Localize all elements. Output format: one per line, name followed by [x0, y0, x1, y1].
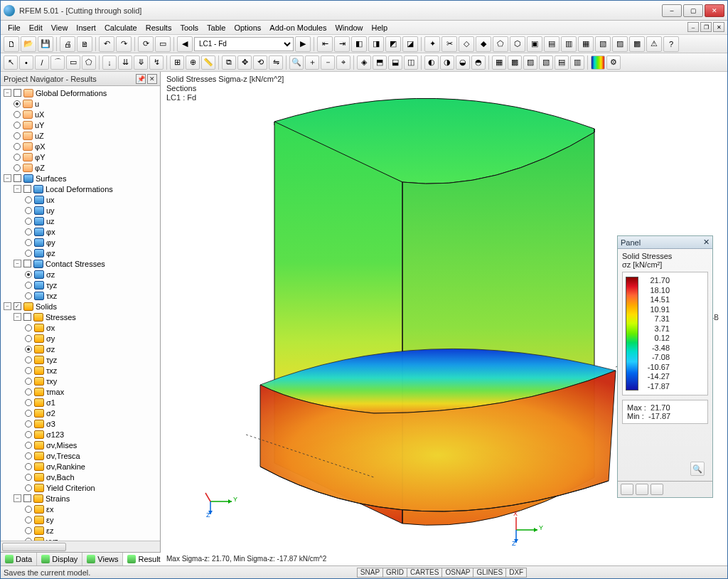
radio-icon[interactable]: [25, 378, 32, 385]
options-icon[interactable]: ⚙: [606, 55, 621, 70]
status-grid[interactable]: GRID: [382, 568, 407, 578]
warn-icon[interactable]: ⚠: [646, 36, 662, 52]
radio-icon[interactable]: [25, 207, 32, 214]
zoom-out-icon[interactable]: －: [321, 55, 335, 70]
tree-leaf[interactable]: σ123: [4, 429, 160, 440]
radio-icon[interactable]: [25, 463, 32, 470]
menu-help[interactable]: Help: [368, 22, 392, 33]
view-5-icon[interactable]: ▣: [527, 36, 542, 52]
radio-icon[interactable]: [14, 154, 21, 161]
panel-tab-1[interactable]: [621, 484, 633, 495]
mirror-icon[interactable]: ⇋: [269, 55, 283, 70]
measure-icon[interactable]: 📏: [201, 55, 215, 70]
toggle-c-icon[interactable]: ◩: [385, 36, 401, 52]
tree-leaf[interactable]: uy: [4, 205, 160, 216]
radio-icon[interactable]: [25, 452, 32, 460]
menu-table[interactable]: Table: [203, 22, 230, 33]
tree-leaf[interactable]: τxz: [4, 365, 160, 376]
shade-4-icon[interactable]: ◓: [471, 55, 486, 70]
tree-leaf[interactable]: σx: [4, 322, 160, 333]
radio-icon[interactable]: [25, 292, 32, 299]
menu-calculate[interactable]: Calculate: [100, 22, 141, 33]
grid-icon[interactable]: ⊞: [170, 55, 184, 70]
panel-close-icon[interactable]: ✕: [703, 238, 710, 247]
zoom-in-icon[interactable]: ＋: [305, 55, 319, 70]
view-front-icon[interactable]: ⬓: [388, 55, 402, 70]
load-3-icon[interactable]: ⤋: [134, 55, 148, 70]
menu-edit[interactable]: Edit: [25, 22, 47, 33]
nav-next-icon[interactable]: ▶: [295, 36, 311, 52]
menu-results[interactable]: Results: [141, 22, 176, 33]
radio-icon[interactable]: [25, 431, 32, 438]
color-scale-icon[interactable]: [591, 55, 605, 70]
shade-1-icon[interactable]: ◐: [424, 55, 439, 70]
panel-header[interactable]: Panel ✕: [618, 236, 712, 249]
view-11-icon[interactable]: ▩: [629, 36, 645, 52]
rotate-icon[interactable]: ⟲: [253, 55, 267, 70]
tree-leaf[interactable]: τyz: [4, 354, 160, 365]
minimize-button[interactable]: –: [662, 4, 682, 17]
radio-icon[interactable]: [25, 388, 32, 395]
load-2-icon[interactable]: ⇊: [118, 55, 132, 70]
view-10-icon[interactable]: ▨: [612, 36, 628, 52]
tree-leaf[interactable]: σ1: [4, 397, 160, 408]
tree-leaf[interactable]: σz: [4, 344, 160, 354]
toggle-d-icon[interactable]: ◪: [402, 36, 418, 52]
node-icon[interactable]: •: [19, 55, 33, 70]
panel-tab-3[interactable]: [651, 484, 663, 495]
toggle-a-icon[interactable]: ◧: [351, 36, 367, 52]
navigator-close-icon[interactable]: ✕: [147, 74, 157, 84]
radio-icon[interactable]: [25, 474, 32, 481]
print-preview-icon[interactable]: 🗎: [77, 36, 92, 52]
tree-leaf[interactable]: φY: [4, 152, 160, 162]
view-9-icon[interactable]: ▧: [595, 36, 611, 52]
menu-options[interactable]: Options: [230, 22, 265, 33]
radio-icon[interactable]: [25, 271, 32, 278]
shade-3-icon[interactable]: ◒: [456, 55, 470, 70]
undo-icon[interactable]: ↶: [99, 36, 114, 52]
nav-last-icon[interactable]: ⇥: [334, 36, 350, 52]
radio-icon[interactable]: [25, 410, 32, 417]
probe-icon[interactable]: ✦: [424, 36, 440, 52]
open-icon[interactable]: 📂: [21, 36, 36, 52]
poly-icon[interactable]: ⬠: [82, 55, 96, 70]
redo-icon[interactable]: ↷: [116, 36, 132, 52]
tree-leaf[interactable]: φy: [4, 237, 160, 248]
radio-icon[interactable]: [25, 506, 32, 513]
tree-leaf[interactable]: σv,Rankine: [4, 461, 160, 472]
nav-tab-views[interactable]: Views: [82, 553, 123, 565]
tree-leaf[interactable]: u: [4, 98, 160, 109]
status-cartes[interactable]: CARTES: [407, 568, 442, 578]
tree-leaf[interactable]: uZ: [4, 130, 160, 141]
refresh-icon[interactable]: ⟳: [138, 36, 154, 52]
radio-icon[interactable]: [14, 132, 21, 139]
line-icon[interactable]: /: [35, 55, 49, 70]
radio-icon[interactable]: [14, 100, 21, 107]
tree-leaf[interactable]: uX: [4, 109, 160, 119]
radio-icon[interactable]: [25, 356, 32, 363]
tree-leaf[interactable]: τyz: [4, 280, 160, 290]
node-stresses[interactable]: −Stresses: [4, 312, 160, 322]
snap-icon[interactable]: ⊕: [186, 55, 200, 70]
radio-icon[interactable]: [25, 282, 32, 289]
print-icon[interactable]: 🖨: [60, 36, 75, 52]
help-icon[interactable]: ?: [663, 36, 679, 52]
node-local-deformations[interactable]: −Local Deformations: [4, 184, 160, 194]
navigator-hscroll[interactable]: [1, 541, 160, 552]
menu-window[interactable]: Window: [331, 22, 367, 33]
menu-tools[interactable]: Tools: [176, 22, 203, 33]
view-side-icon[interactable]: ◫: [404, 55, 418, 70]
new-icon[interactable]: 🗋: [4, 36, 19, 52]
radio-icon[interactable]: [25, 346, 32, 353]
tree-leaf[interactable]: εy: [4, 514, 160, 525]
menu-insert[interactable]: Insert: [72, 22, 100, 33]
view-iso-icon[interactable]: ◈: [357, 55, 371, 70]
navigator-pin-icon[interactable]: 📌: [136, 74, 146, 84]
radio-icon[interactable]: [25, 196, 32, 203]
arc-icon[interactable]: ⌒: [50, 55, 65, 70]
node-solids[interactable]: −Solids: [4, 301, 160, 312]
tree-leaf[interactable]: σv,Tresca: [4, 450, 160, 461]
radio-icon[interactable]: [25, 228, 32, 235]
tree-leaf[interactable]: φz: [4, 248, 160, 258]
tree-leaf[interactable]: σv,Mises: [4, 440, 160, 450]
